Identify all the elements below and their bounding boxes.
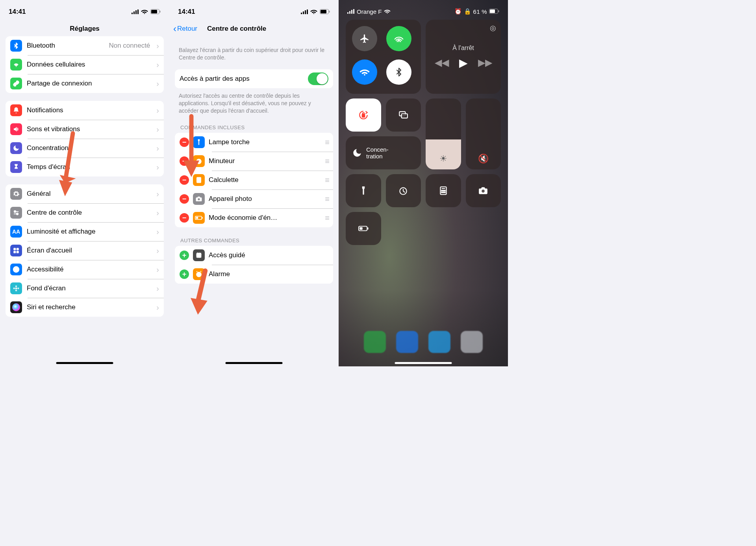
- status-indicators: [301, 9, 330, 15]
- orientation-lock-toggle[interactable]: [346, 98, 381, 132]
- alarm-icon: ⏰: [454, 8, 462, 15]
- timer-button[interactable]: [386, 174, 421, 207]
- svg-rect-55: [490, 9, 495, 13]
- svg-point-35: [200, 180, 200, 181]
- chevron-right-icon: ›: [156, 163, 159, 172]
- settings-row-wallpaper[interactable]: Fond d'écran›: [6, 279, 164, 298]
- row-label: Accessibilité: [27, 266, 152, 273]
- svg-point-18: [15, 286, 17, 288]
- svg-rect-3: [137, 9, 139, 14]
- svg-point-9: [17, 213, 19, 215]
- access-label: Accès à partir des apps: [180, 75, 303, 83]
- next-track-button[interactable]: ▶▶: [478, 57, 492, 68]
- row-label: Partage de connexion: [27, 80, 152, 87]
- volume-slider[interactable]: 🔇: [466, 98, 501, 169]
- brightness-slider[interactable]: ☀: [426, 98, 461, 169]
- remove-button[interactable]: −: [180, 175, 189, 185]
- screen-mirroring-button[interactable]: [386, 98, 421, 132]
- bell-icon: [10, 104, 22, 116]
- svg-rect-1: [133, 11, 135, 14]
- calculator-button[interactable]: [426, 174, 461, 207]
- svg-rect-23: [301, 13, 302, 14]
- drag-handle-icon[interactable]: ≡: [325, 157, 328, 166]
- control-row-calc: −Calculette≡: [175, 171, 333, 189]
- drag-handle-icon[interactable]: ≡: [325, 195, 328, 204]
- nav-header: Réglages: [0, 20, 169, 38]
- remove-button[interactable]: −: [180, 194, 189, 204]
- wifi-toggle[interactable]: [352, 59, 377, 85]
- add-button[interactable]: +: [180, 269, 189, 279]
- included-section-title: COMMANDES INCLUSES: [180, 124, 328, 130]
- drag-handle-icon[interactable]: ≡: [325, 214, 328, 223]
- settings-row-display[interactable]: AALuminosité et affichage›: [6, 222, 164, 241]
- settings-row-notifications[interactable]: Notifications›: [6, 101, 164, 120]
- chevron-right-icon: ›: [156, 227, 159, 236]
- row-value: Non connecté: [109, 42, 150, 50]
- status-time: 14:41: [9, 8, 26, 16]
- airplane-mode-toggle[interactable]: [352, 26, 377, 51]
- control-row-alarm: +Alarme: [175, 265, 333, 284]
- home-indicator: [395, 362, 452, 364]
- signal-icon: [347, 8, 354, 15]
- svg-point-19: [15, 290, 17, 292]
- row-label: Concentration: [27, 144, 152, 152]
- settings-row-siri[interactable]: Siri et recherche›: [6, 298, 164, 317]
- row-label: Bluetooth: [27, 42, 104, 50]
- control-row-guided: +Accès guidé: [175, 246, 333, 265]
- svg-rect-42: [202, 217, 203, 219]
- row-label: Luminosité et affichage: [27, 228, 152, 236]
- svg-rect-57: [362, 114, 365, 117]
- svg-rect-12: [17, 248, 19, 250]
- row-label: Notifications: [27, 106, 152, 114]
- settings-row-general[interactable]: Général›: [6, 184, 164, 203]
- settings-row-hotspot[interactable]: Partage de connexion›: [6, 74, 164, 93]
- low-power-button[interactable]: [346, 212, 381, 245]
- settings-row-controlcenter[interactable]: Centre de contrôle›: [6, 203, 164, 222]
- settings-row-cellular[interactable]: Données cellulaires›: [6, 55, 164, 74]
- airplay-icon[interactable]: ◎: [490, 24, 496, 32]
- flashlight-button[interactable]: [346, 174, 381, 207]
- svg-rect-25: [305, 10, 306, 14]
- drag-handle-icon[interactable]: ≡: [325, 138, 328, 147]
- cellular-data-toggle[interactable]: [386, 26, 411, 51]
- settings-group-general: Général›Centre de contrôle›AALuminosité …: [6, 184, 164, 317]
- drag-handle-icon[interactable]: ≡: [325, 176, 328, 185]
- bluetooth-toggle[interactable]: [386, 59, 411, 85]
- svg-point-34: [198, 180, 199, 181]
- prev-track-button[interactable]: ◀◀: [435, 57, 449, 68]
- remove-button[interactable]: −: [180, 137, 189, 147]
- speaker-icon: [10, 123, 22, 135]
- settings-row-accessibility[interactable]: Accessibilité›: [6, 260, 164, 279]
- remove-button[interactable]: −: [180, 213, 189, 223]
- svg-rect-14: [17, 251, 19, 253]
- settings-row-home[interactable]: Écran d'accueil›: [6, 241, 164, 260]
- media-tile[interactable]: ◎ À l'arrêt ◀◀ ▶ ▶▶: [426, 20, 501, 94]
- focus-button[interactable]: Concen-tration: [346, 136, 421, 169]
- access-toggle[interactable]: [308, 72, 328, 85]
- access-from-apps-row[interactable]: Accès à partir des apps: [175, 69, 333, 88]
- svg-point-21: [17, 288, 19, 290]
- hourglass-icon: [10, 161, 22, 173]
- add-button[interactable]: +: [180, 251, 189, 260]
- svg-point-16: [15, 268, 17, 270]
- control-row-lowpower: −Mode économie d'én…≡: [175, 208, 333, 227]
- remove-button[interactable]: −: [180, 156, 189, 166]
- svg-rect-51: [349, 11, 350, 14]
- svg-rect-41: [196, 217, 198, 219]
- control-center-grid: ◎ À l'arrêt ◀◀ ▶ ▶▶ ☀ 🔇 Concen-tration: [339, 15, 508, 250]
- connectivity-group[interactable]: [346, 20, 421, 94]
- play-button[interactable]: ▶: [459, 56, 468, 69]
- settings-row-bluetooth[interactable]: BluetoothNon connecté›: [6, 36, 164, 55]
- svg-point-65: [444, 190, 445, 191]
- battery-icon: [489, 8, 499, 15]
- camera-button[interactable]: [466, 174, 501, 207]
- wifi-icon: [384, 8, 391, 15]
- settings-row-screentime[interactable]: Temps d'écran›: [6, 158, 164, 176]
- included-controls-group: −Lampe torche≡−Minuteur≡−Calculette≡−App…: [175, 133, 333, 227]
- control-label: Accès guidé: [209, 251, 328, 259]
- chevron-right-icon: ›: [156, 60, 159, 69]
- calc-icon: [193, 174, 205, 186]
- settings-row-sounds[interactable]: Sons et vibrations›: [6, 120, 164, 139]
- settings-row-focus[interactable]: Concentration›: [6, 139, 164, 158]
- back-button[interactable]: ‹ Retour: [173, 24, 197, 33]
